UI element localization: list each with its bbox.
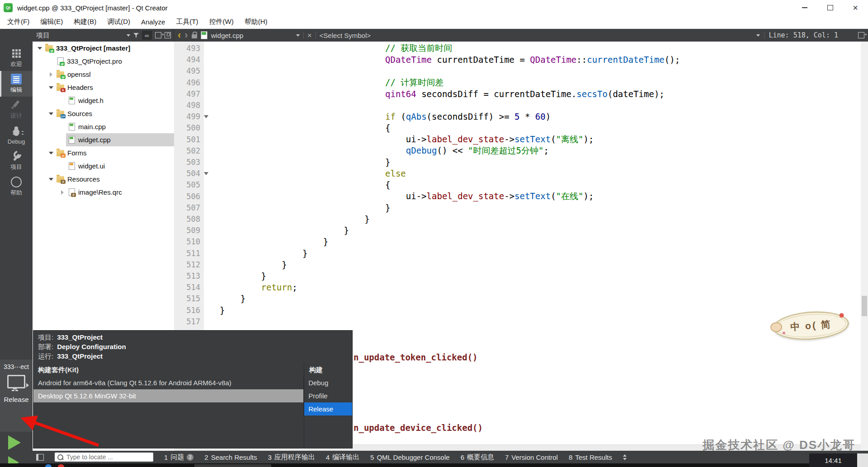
build-option[interactable]: Release [304,402,352,416]
tree-row[interactable]: widget.ui [33,159,174,173]
cpp-file-icon [69,123,75,131]
tree-row[interactable]: #image\Res.qrc [33,186,174,199]
split-pane-icon[interactable] [155,32,161,38]
pane-badge: 2 [187,454,193,461]
tree-row[interactable]: qtopenssl [33,68,174,81]
chevron-expanded-icon[interactable] [36,47,43,50]
output-pane-button[interactable]: 7Version Control [505,453,558,461]
line-number: 508 [174,215,200,224]
kit-selector-button[interactable]: 333⋯ect Release [0,360,33,432]
file-dropdown-icon[interactable] [296,34,300,37]
pane-title[interactable]: 项目 [36,31,50,40]
code-segment [220,282,261,292]
output-pane-arrows-icon[interactable] [623,454,627,460]
symbol-selector[interactable]: <Select Symbol> [320,32,371,39]
code-segment: ); [583,134,594,144]
fold-marker-icon[interactable] [200,172,212,175]
tree-row[interactable]: uiForms [33,146,174,159]
tree-row[interactable]: #Resources [33,173,174,186]
output-pane-button[interactable]: 3应用程序输出 [268,453,315,462]
locator-input[interactable] [66,453,151,461]
pane-label: 编译输出 [332,453,359,462]
locator-box[interactable] [55,453,153,462]
menu-item[interactable]: 文件(F) [2,15,35,28]
menu-item[interactable]: 构建(B) [68,15,102,28]
info-label: 项目: [38,333,53,343]
build-option[interactable]: Profile [304,389,352,402]
chevron-expanded-icon[interactable] [47,178,55,181]
output-pane-button[interactable]: 5QML Debugger Console [370,453,450,461]
pane-label: Search Results [211,453,257,461]
chevron-expanded-icon[interactable] [47,86,55,89]
build-option[interactable]: Debug [304,376,352,389]
tree-row[interactable]: hHeaders [33,81,174,94]
sidebar-mode-Debug[interactable]: Debug [0,122,33,148]
qt-creator-window: Qt widget.cpp @ 333_QtProject [master] -… [0,0,868,467]
output-pane-button[interactable]: 6概要信息 [461,453,494,462]
pane-index: 3 [268,453,271,461]
chevron-collapsed-icon[interactable] [47,72,55,77]
vertical-scrollbar[interactable] [861,42,868,451]
sidebar-mode-欢迎[interactable]: 欢迎 [0,45,33,71]
tree-row[interactable]: main.cpp [33,120,174,133]
go-back-icon[interactable]: ‹ [178,30,181,40]
tree-row[interactable]: qt333_QtProject [master] [33,42,174,55]
code-segment: } [220,294,245,304]
pane-index: 5 [370,453,374,461]
go-forward-icon[interactable]: › [184,30,188,40]
info-value: Deploy Configuration [57,343,126,352]
monitor-icon [7,375,25,388]
code-segment: ui-> [220,191,427,201]
maximize-button[interactable] [817,0,843,15]
toggle-sidebar-icon[interactable] [36,454,44,461]
fold-marker-icon[interactable] [200,115,212,118]
run-button[interactable] [8,435,21,450]
menu-item[interactable]: 控件(W) [204,15,239,28]
sync-with-editor-icon[interactable]: ∞ [142,31,152,40]
line-col-dropdown-icon[interactable] [756,34,760,37]
kit-option[interactable]: Android for arm64-v8a (Clang Qt 5.12.6 f… [33,376,303,389]
kit-option[interactable]: Desktop Qt 5.12.6 MinGW 32-bit [33,389,303,402]
line-number: 511 [174,249,200,258]
menu-item[interactable]: 调试(D) [102,15,136,28]
menu-item[interactable]: Analyze [136,15,170,28]
sidebar-mode-帮助[interactable]: 帮助 [0,174,33,200]
search-icon [57,454,63,460]
split-editor-icon[interactable] [858,32,864,38]
open-file-tab[interactable]: widget.cpp [211,32,292,39]
output-pane-button[interactable]: 4编译输出 [326,453,359,462]
close-pane-icon[interactable] [165,32,171,38]
sidebar-mode-编辑[interactable]: 编辑 [0,71,33,97]
tree-row[interactable]: qt333_QtProject.pro [33,55,174,68]
folder-ui-icon: ui [57,150,64,156]
chevron-expanded-icon[interactable] [47,152,55,154]
output-pane-button[interactable]: 8Test Results [569,453,612,461]
pane-label: Version Control [511,453,558,461]
output-pane-button[interactable]: 2Search Results [204,453,257,461]
scrollbar-handle[interactable] [862,296,867,316]
filter-icon[interactable] [133,33,139,38]
sidebar-mode-项目[interactable]: 项目 [0,148,33,174]
tree-item-label: Forms [67,149,87,157]
close-button[interactable]: × [843,0,868,15]
output-pane-button[interactable]: 1问题2 [164,453,193,462]
code-segment: ( [551,134,556,144]
tree-row[interactable]: widget.h [33,94,174,107]
code-segment: } [220,237,328,247]
chevron-collapsed-icon[interactable] [59,190,66,195]
kit-popup-info-line: 项目:333_QtProject [38,333,348,343]
code-segment: label_dev_state [427,191,505,201]
menu-item[interactable]: 帮助(H) [239,15,273,28]
tree-row[interactable]: widget.cpp [33,133,174,146]
code-line: 494 QDateTime currentDateTime = QDateTim… [174,54,861,65]
close-file-icon[interactable]: × [307,32,312,39]
pane-dropdown-icon[interactable] [127,34,130,37]
chevron-expanded-icon[interactable] [47,112,55,115]
menu-item[interactable]: 编辑(E) [35,15,68,28]
code-line: 516} [174,304,861,316]
minimize-button[interactable] [792,0,817,15]
sidebar-mode-设计[interactable]: 设计 [0,97,33,122]
menu-item[interactable]: 工具(T) [170,15,203,28]
code-segment: "离线" [556,134,584,144]
tree-row[interactable]: c+Sources [33,107,174,120]
